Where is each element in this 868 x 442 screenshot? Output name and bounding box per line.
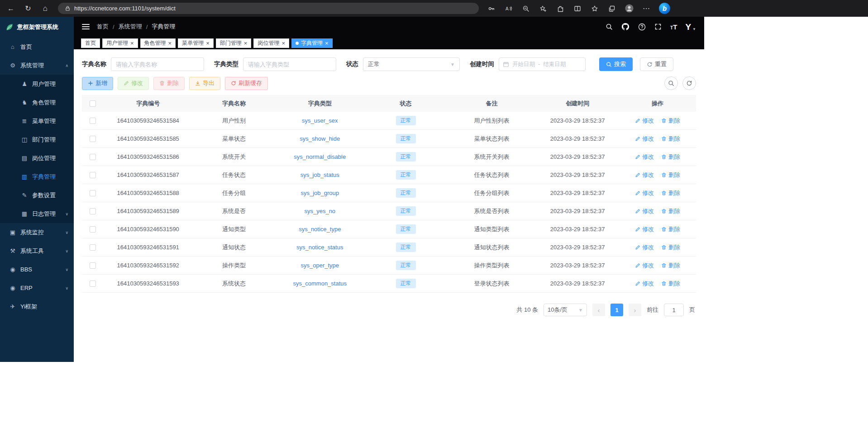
fullscreen-icon[interactable] bbox=[654, 22, 662, 31]
dict-type-link[interactable]: sys_oper_type bbox=[301, 262, 339, 269]
tab[interactable]: 部门管理 × bbox=[216, 38, 252, 48]
sidebar-item[interactable]: ⚙ 系统管理 ∧ bbox=[0, 56, 74, 75]
row-checkbox[interactable] bbox=[90, 226, 96, 233]
tab[interactable]: 字典管理 × bbox=[291, 38, 333, 48]
tab[interactable]: 用户管理 × bbox=[102, 38, 138, 48]
select-all-checkbox[interactable] bbox=[90, 100, 96, 107]
row-delete-link[interactable]: 删除 bbox=[661, 280, 680, 288]
refresh-table-icon[interactable] bbox=[682, 76, 696, 90]
back-icon[interactable]: ← bbox=[6, 4, 15, 13]
sidebar-item[interactable]: ✈ Yi框架 bbox=[0, 297, 74, 316]
search-icon[interactable] bbox=[605, 22, 613, 31]
sidebar-item[interactable]: ▣ 系统监控 ∨ bbox=[0, 223, 74, 242]
font-size-icon[interactable]: TT bbox=[670, 24, 677, 30]
tab-close-icon[interactable]: × bbox=[130, 40, 134, 46]
row-delete-link[interactable]: 删除 bbox=[661, 117, 680, 125]
row-checkbox[interactable] bbox=[90, 262, 96, 269]
row-delete-link[interactable]: 删除 bbox=[661, 135, 680, 143]
delete-button[interactable]: 删除 bbox=[153, 77, 185, 90]
row-edit-link[interactable]: 修改 bbox=[635, 117, 654, 125]
row-delete-link[interactable]: 删除 bbox=[661, 261, 680, 270]
dict-type-link[interactable]: sys_common_status bbox=[293, 280, 347, 287]
address-bar[interactable]: https://ccnetcore.com:1101/system/dict bbox=[58, 3, 479, 14]
row-checkbox[interactable] bbox=[90, 190, 96, 196]
dict-type-link[interactable]: sys_job_group bbox=[301, 190, 339, 196]
status-select[interactable]: 正常 ▼ bbox=[363, 57, 460, 71]
app-logo[interactable]: 意框架管理系统 bbox=[0, 17, 74, 38]
sidebar-item[interactable]: ♞ 角色管理 bbox=[0, 93, 74, 112]
row-checkbox[interactable] bbox=[90, 244, 96, 251]
show-search-icon[interactable] bbox=[664, 76, 678, 90]
password-key-icon[interactable] bbox=[487, 4, 496, 13]
sidebar-item[interactable]: ⚒ 系统工具 ∨ bbox=[0, 242, 74, 260]
row-edit-link[interactable]: 修改 bbox=[635, 189, 654, 197]
goto-page-input[interactable] bbox=[664, 304, 684, 316]
user-avatar[interactable]: Y ▼ bbox=[685, 23, 696, 31]
tab-close-icon[interactable]: × bbox=[168, 40, 172, 46]
edit-button[interactable]: 修改 bbox=[118, 77, 149, 90]
zoom-icon[interactable] bbox=[521, 4, 530, 13]
breadcrumb-system[interactable]: 系统管理 bbox=[119, 23, 142, 31]
current-page-button[interactable]: 1 bbox=[610, 304, 623, 316]
date-range-picker[interactable]: 开始日期 - 结束日期 bbox=[499, 57, 586, 71]
search-button[interactable]: 搜索 bbox=[599, 57, 633, 71]
sidebar-item[interactable]: ✎ 参数设置 bbox=[0, 186, 74, 204]
sidebar-item[interactable]: ◉ BBS ∨ bbox=[0, 260, 74, 279]
prev-page-button[interactable]: ‹ bbox=[592, 304, 605, 316]
row-checkbox[interactable] bbox=[90, 136, 96, 142]
tab-close-icon[interactable]: × bbox=[206, 40, 210, 46]
dict-name-input[interactable] bbox=[111, 57, 204, 71]
reset-button[interactable]: 重置 bbox=[640, 57, 673, 71]
row-edit-link[interactable]: 修改 bbox=[635, 153, 654, 161]
tab[interactable]: 岗位管理 × bbox=[253, 38, 289, 48]
sidebar-item[interactable]: ♟ 用户管理 bbox=[0, 75, 74, 93]
row-delete-link[interactable]: 删除 bbox=[661, 153, 680, 161]
next-page-button[interactable]: › bbox=[629, 304, 641, 316]
dict-type-link[interactable]: sys_normal_disable bbox=[294, 153, 346, 160]
page-size-select[interactable]: 10条/页 ▼ bbox=[544, 304, 587, 316]
row-edit-link[interactable]: 修改 bbox=[635, 171, 654, 179]
tab[interactable]: 首页 bbox=[81, 38, 100, 48]
breadcrumb-home[interactable]: 首页 bbox=[97, 23, 109, 31]
dict-type-input[interactable] bbox=[243, 57, 336, 71]
tab-close-icon[interactable]: × bbox=[244, 40, 248, 46]
row-edit-link[interactable]: 修改 bbox=[635, 261, 654, 270]
row-delete-link[interactable]: 删除 bbox=[661, 243, 680, 252]
row-edit-link[interactable]: 修改 bbox=[635, 280, 654, 288]
tab-close-icon[interactable]: × bbox=[281, 40, 285, 46]
row-edit-link[interactable]: 修改 bbox=[635, 135, 654, 143]
row-delete-link[interactable]: 删除 bbox=[661, 225, 680, 233]
github-icon[interactable] bbox=[621, 22, 630, 31]
row-delete-link[interactable]: 删除 bbox=[661, 207, 680, 215]
row-delete-link[interactable]: 删除 bbox=[661, 189, 680, 197]
hamburger-icon[interactable] bbox=[82, 24, 90, 29]
read-aloud-icon[interactable]: A bbox=[504, 4, 513, 13]
tab[interactable]: 菜单管理 × bbox=[178, 38, 214, 48]
home-icon[interactable]: ⌂ bbox=[41, 4, 50, 13]
export-button[interactable]: 导出 bbox=[189, 77, 220, 90]
split-screen-icon[interactable] bbox=[573, 4, 582, 13]
tab-close-icon[interactable]: × bbox=[325, 40, 329, 46]
sidebar-item[interactable]: ◉ ERP ∨ bbox=[0, 279, 74, 297]
row-checkbox[interactable] bbox=[90, 280, 96, 287]
favorites-icon[interactable] bbox=[590, 4, 599, 13]
row-edit-link[interactable]: 修改 bbox=[635, 243, 654, 252]
profile-avatar[interactable] bbox=[625, 4, 634, 13]
dict-type-link[interactable]: sys_notice_status bbox=[296, 244, 343, 251]
sidebar-item[interactable]: ⌂ 首页 bbox=[0, 38, 74, 56]
sidebar-item[interactable]: ▤ 岗位管理 bbox=[0, 149, 74, 167]
sidebar-item[interactable]: ◫ 部门管理 bbox=[0, 130, 74, 149]
sidebar-item[interactable]: ▥ 字典管理 bbox=[0, 167, 74, 186]
dict-type-link[interactable]: sys_notice_type bbox=[299, 226, 341, 233]
sidebar-item[interactable]: ▦ 日志管理 ∨ bbox=[0, 204, 74, 223]
collections-icon[interactable] bbox=[607, 4, 616, 13]
row-checkbox[interactable] bbox=[90, 172, 96, 178]
refresh-cache-button[interactable]: 刷新缓存 bbox=[225, 77, 268, 90]
help-icon[interactable] bbox=[638, 22, 646, 31]
bing-icon[interactable]: b bbox=[659, 3, 670, 14]
row-checkbox[interactable] bbox=[90, 208, 96, 214]
dict-type-link[interactable]: sys_user_sex bbox=[302, 117, 338, 124]
row-delete-link[interactable]: 删除 bbox=[661, 171, 680, 179]
extensions-icon[interactable] bbox=[556, 4, 565, 13]
dict-type-link[interactable]: sys_show_hide bbox=[300, 135, 340, 142]
